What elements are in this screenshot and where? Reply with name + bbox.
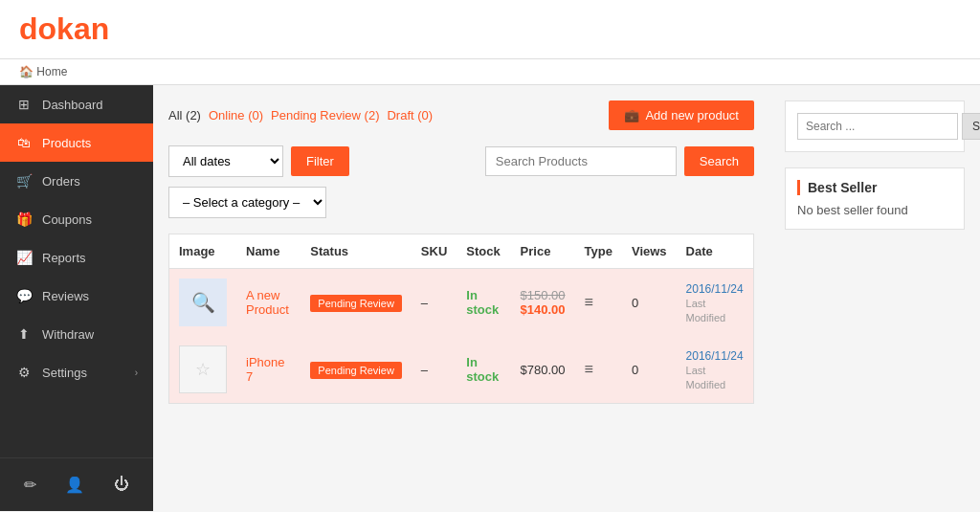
home-icon: 🏠 <box>19 65 33 78</box>
sidebar-item-settings[interactable]: ⚙ Settings › <box>0 353 153 391</box>
product-price-cell: $780.00 <box>511 336 575 404</box>
sidebar-bottom: ✏ 👤 ⏻ <box>0 457 153 511</box>
top-bar: dokan <box>0 0 980 59</box>
product-status-cell: Pending Review <box>301 269 412 337</box>
sidebar-label-reports: Reports <box>42 251 86 265</box>
products-icon: 🛍 <box>15 135 33 150</box>
tab-draft[interactable]: Draft (0) <box>387 108 433 122</box>
product-name-cell: iPhone 7 <box>236 336 301 404</box>
table-row: 🔍 A new Product Pending Review – In stoc… <box>169 269 754 337</box>
product-status-cell: Pending Review <box>301 336 412 404</box>
status-badge: Pending Review <box>310 362 402 379</box>
products-table: Image Name Status SKU Stock Price Type V… <box>168 234 754 404</box>
date-filter-select[interactable]: All dates <box>168 145 283 177</box>
search-products-input[interactable] <box>485 146 677 176</box>
sidebar-search-input[interactable] <box>797 113 958 140</box>
product-date-cell: 2016/11/24 Last Modified <box>677 336 754 404</box>
logo-suffix: okan <box>38 11 110 46</box>
product-views-cell: 0 <box>622 269 677 337</box>
logo-highlight: d <box>19 11 38 46</box>
logo: dokan <box>19 11 109 47</box>
add-product-label: Add new product <box>645 108 739 122</box>
best-seller-widget: Best Seller No best seller found <box>785 167 965 230</box>
sidebar-label-products: Products <box>42 136 91 150</box>
sidebar-item-dashboard[interactable]: ⊞ Dashboard <box>0 85 153 123</box>
product-type-cell: ≡ <box>575 336 622 404</box>
product-image-cell: ☆ <box>169 336 237 404</box>
sub-bar: 🏠 Home <box>0 59 980 85</box>
power-icon[interactable]: ⏻ <box>110 472 133 498</box>
tab-online[interactable]: Online (0) <box>209 108 263 122</box>
best-seller-title: Best Seller <box>797 180 952 195</box>
sidebar-label-withdraw: Withdraw <box>42 327 94 342</box>
col-stock: Stock <box>457 234 510 269</box>
sidebar-label-reviews: Reviews <box>42 289 89 303</box>
price-new: $140.00 <box>521 302 566 317</box>
filter-button[interactable]: Filter <box>291 146 349 176</box>
product-name-link[interactable]: iPhone 7 <box>246 355 284 384</box>
col-views: Views <box>622 234 677 269</box>
product-price-cell: $150.00 $140.00 <box>511 269 575 337</box>
tab-pending[interactable]: Pending Review (2) <box>271 108 379 122</box>
product-image-placeholder: ☆ <box>179 345 227 393</box>
sidebar-item-reports[interactable]: 📈 Reports <box>0 238 153 277</box>
product-stock-cell: In stock <box>457 269 510 337</box>
add-product-button[interactable]: 💼 Add new product <box>609 100 754 130</box>
product-sku-cell: – <box>412 269 457 337</box>
search-widget: Search <box>785 100 965 152</box>
col-name: Name <box>236 234 301 269</box>
sidebar-item-withdraw[interactable]: ⬆ Withdraw <box>0 315 153 353</box>
coupons-icon: 🎁 <box>15 211 33 227</box>
sidebar-label-dashboard: Dashboard <box>42 98 103 112</box>
edit-icon[interactable]: ✏ <box>20 472 40 498</box>
col-image: Image <box>169 234 237 269</box>
product-type-cell: ≡ <box>575 269 622 337</box>
search-products-button[interactable]: Search <box>684 146 754 176</box>
tab-all[interactable]: All (2) <box>168 108 201 122</box>
stock-value: In stock <box>466 355 499 384</box>
date-modified: Last Modified <box>686 365 726 390</box>
sidebar: ⊞ Dashboard 🛍 Products 🛒 Orders 🎁 Coupon… <box>0 85 153 511</box>
category-row: – Select a category – <box>168 187 754 218</box>
sidebar-item-orders[interactable]: 🛒 Orders <box>0 162 153 200</box>
best-seller-empty: No best seller found <box>797 203 952 217</box>
price-old: $150.00 <box>521 288 566 302</box>
orders-icon: 🛒 <box>15 173 33 189</box>
sidebar-search-button[interactable]: Search <box>962 113 980 140</box>
settings-arrow-icon: › <box>135 367 138 378</box>
product-image: 🔍 <box>179 278 227 326</box>
type-menu-icon: ≡ <box>585 361 593 377</box>
type-menu-icon: ≡ <box>585 294 593 310</box>
date-modified: Last Modified <box>686 298 726 323</box>
price-normal: $780.00 <box>521 363 566 377</box>
col-sku: SKU <box>412 234 457 269</box>
right-sidebar: Search Best Seller No best seller found <box>769 85 980 511</box>
main-content: All (2) Online (0) Pending Review (2) Dr… <box>153 85 769 511</box>
stock-value: In stock <box>466 288 499 317</box>
sidebar-item-reviews[interactable]: 💬 Reviews <box>0 277 153 315</box>
product-name-cell: A new Product <box>236 269 301 337</box>
product-date-link[interactable]: 2016/11/24 <box>686 349 744 363</box>
settings-icon: ⚙ <box>15 365 33 380</box>
sidebar-nav: ⊞ Dashboard 🛍 Products 🛒 Orders 🎁 Coupon… <box>0 85 153 457</box>
filter-row: All dates Filter Search <box>168 145 754 177</box>
table-row: ☆ iPhone 7 Pending Review – In stock $78… <box>169 336 754 404</box>
product-name-link[interactable]: A new Product <box>246 288 289 317</box>
category-select[interactable]: – Select a category – <box>168 187 326 218</box>
search-widget-row: Search <box>797 113 952 140</box>
col-date: Date <box>677 234 754 269</box>
sidebar-item-coupons[interactable]: 🎁 Coupons <box>0 200 153 238</box>
briefcase-icon: 💼 <box>624 108 639 122</box>
tabs-row: All (2) Online (0) Pending Review (2) Dr… <box>168 100 754 130</box>
layout: ⊞ Dashboard 🛍 Products 🛒 Orders 🎁 Coupon… <box>0 85 980 511</box>
product-image-cell: 🔍 <box>169 269 237 337</box>
product-stock-cell: In stock <box>457 336 510 404</box>
sidebar-item-products[interactable]: 🛍 Products <box>0 123 153 162</box>
product-sku-cell: – <box>412 336 457 404</box>
user-icon[interactable]: 👤 <box>61 472 88 498</box>
product-date-link[interactable]: 2016/11/24 <box>686 282 744 296</box>
breadcrumb-home[interactable]: Home <box>36 65 67 78</box>
col-type: Type <box>575 234 622 269</box>
product-views-cell: 0 <box>622 336 677 404</box>
sidebar-label-settings: Settings <box>42 366 87 380</box>
